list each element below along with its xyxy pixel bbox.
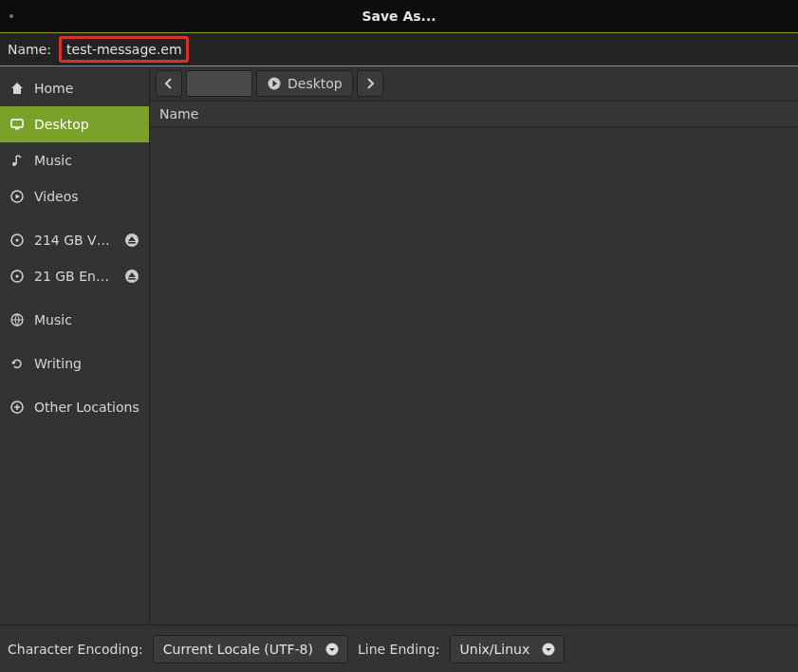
eject-icon[interactable] xyxy=(124,233,139,248)
places-sidebar: HomeDesktopMusicVideos214 GB V…21 GB En…… xyxy=(0,66,150,625)
filename-input[interactable] xyxy=(65,40,183,59)
drive-icon xyxy=(9,233,25,248)
sidebar-item-volume-214gb[interactable]: 214 GB V… xyxy=(0,222,149,258)
sidebar-item-label: 21 GB En… xyxy=(34,269,115,284)
name-bar: Name: xyxy=(0,32,798,66)
sidebar-item-label: Home xyxy=(34,81,139,96)
dropdown-caret-icon xyxy=(325,642,340,657)
window-indicator-dot xyxy=(9,14,13,18)
chevron-left-icon xyxy=(161,76,176,91)
path-segment-icon xyxy=(267,76,282,91)
encoding-label: Character Encoding: xyxy=(8,642,143,657)
sidebar-item-label: Videos xyxy=(34,189,139,204)
name-label: Name: xyxy=(8,42,51,57)
path-segment-label: Desktop xyxy=(288,76,343,91)
sidebar-item-writing[interactable]: Writing xyxy=(0,345,149,382)
music-icon xyxy=(9,153,25,168)
chevron-right-icon xyxy=(362,76,378,91)
sidebar-item-volume-21gb[interactable]: 21 GB En… xyxy=(0,258,149,294)
sidebar-item-label: Music xyxy=(34,153,139,168)
sidebar-item-desktop[interactable]: Desktop xyxy=(0,106,149,142)
eject-icon[interactable] xyxy=(124,269,139,284)
sidebar-item-label: Writing xyxy=(34,356,139,371)
sidebar-item-videos[interactable]: Videos xyxy=(0,178,149,215)
path-back-button[interactable] xyxy=(156,70,182,97)
sidebar-item-other-locations[interactable]: Other Locations xyxy=(0,389,149,425)
lineend-value: Unix/Linux xyxy=(460,642,530,657)
sync-icon xyxy=(9,356,25,371)
encoding-combo[interactable]: Current Locale (UTF-8) xyxy=(153,635,348,663)
name-field-highlight xyxy=(59,36,189,63)
encoding-value: Current Locale (UTF-8) xyxy=(163,642,313,657)
content-pane: Desktop Name xyxy=(150,66,798,625)
path-forward-button[interactable] xyxy=(357,70,383,97)
sidebar-item-home[interactable]: Home xyxy=(0,70,149,106)
dropdown-caret-icon xyxy=(541,642,556,657)
sidebar-item-label: Desktop xyxy=(34,117,139,132)
titlebar: Save As... xyxy=(0,0,798,32)
drive-icon xyxy=(9,269,25,284)
path-segment-desktop[interactable]: Desktop xyxy=(256,70,353,97)
lineend-combo[interactable]: Unix/Linux xyxy=(450,635,566,663)
file-list[interactable] xyxy=(150,127,798,625)
video-icon xyxy=(9,189,25,204)
window-title: Save As... xyxy=(362,9,436,24)
sidebar-item-music[interactable]: Music xyxy=(0,142,149,178)
footer-bar: Character Encoding: Current Locale (UTF-… xyxy=(0,625,798,672)
plus-icon xyxy=(9,400,25,415)
column-header-name: Name xyxy=(159,106,198,121)
path-slot[interactable] xyxy=(186,70,252,97)
sidebar-item-label: 214 GB V… xyxy=(34,233,115,248)
file-list-header[interactable]: Name xyxy=(150,101,798,127)
main-row: HomeDesktopMusicVideos214 GB V…21 GB En…… xyxy=(0,66,798,625)
sidebar-item-label: Other Locations xyxy=(34,400,139,415)
sidebar-item-label: Music xyxy=(34,312,139,327)
home-icon xyxy=(9,81,25,96)
path-bar: Desktop xyxy=(150,66,798,101)
network-icon xyxy=(9,312,25,327)
lineend-label: Line Ending: xyxy=(358,642,440,657)
sidebar-item-music-share[interactable]: Music xyxy=(0,302,149,338)
desktop-icon xyxy=(9,117,25,132)
